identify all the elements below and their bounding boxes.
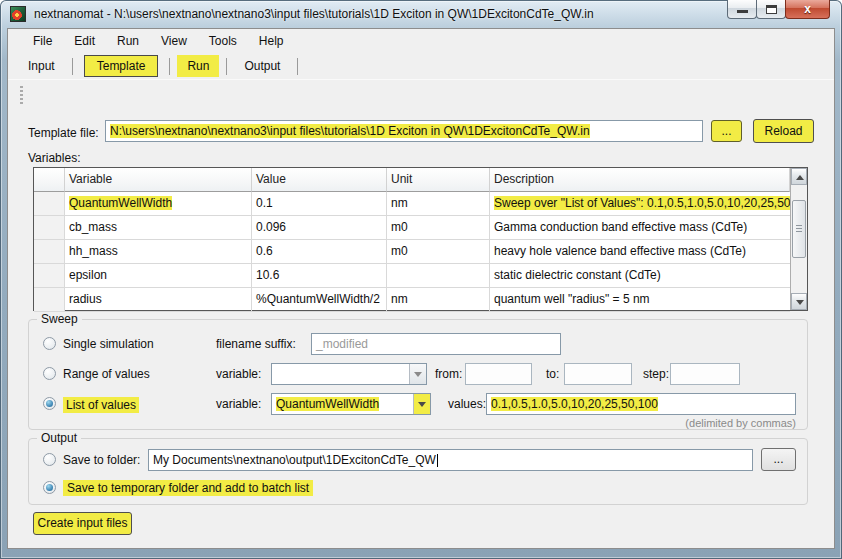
template-browse-button[interactable]: ... xyxy=(711,120,742,142)
row-selector[interactable] xyxy=(34,288,65,312)
cell-unit[interactable]: m0 xyxy=(387,216,490,240)
to-input[interactable] xyxy=(564,363,632,385)
cell-description[interactable]: Gamma conduction band effective mass (Cd… xyxy=(490,216,790,240)
variables-grid: Variable Value Unit Description QuantumW… xyxy=(34,168,790,310)
tab-bar: Input Template Run Output xyxy=(8,53,834,79)
variables-table: Variable Value Unit Description QuantumW… xyxy=(33,167,808,311)
template-file-label: Template file: xyxy=(28,126,99,140)
menu-run[interactable]: Run xyxy=(106,30,150,52)
tab-separator xyxy=(226,58,227,75)
from-input[interactable] xyxy=(465,363,532,385)
tab-output[interactable]: Output xyxy=(234,55,290,77)
window-controls: x xyxy=(728,0,830,19)
minimize-button[interactable] xyxy=(727,0,757,19)
tab-run[interactable]: Run xyxy=(177,55,219,77)
toolbar-strip xyxy=(8,79,834,109)
list-of-values-radio[interactable] xyxy=(43,397,56,410)
row-selector-header xyxy=(34,168,65,192)
list-of-values-label: List of values xyxy=(63,397,139,413)
list-variable-combobox[interactable]: QuantumWellWidth xyxy=(271,393,431,415)
row-selector[interactable] xyxy=(34,264,65,288)
cell-value[interactable]: 0.6 xyxy=(252,240,387,264)
menu-view[interactable]: View xyxy=(150,30,198,52)
create-input-files-button[interactable]: Create input files xyxy=(33,512,132,535)
single-simulation-radio[interactable] xyxy=(43,337,56,350)
close-button[interactable]: x xyxy=(785,0,830,19)
table-row[interactable]: cb_mass 0.096 m0 Gamma conduction band e… xyxy=(34,216,790,240)
table-row[interactable]: QuantumWellWidth 0.1 nm Sweep over "List… xyxy=(34,192,790,216)
table-row[interactable]: epsilon 10.6 static dielectric constant … xyxy=(34,264,790,288)
range-variable-dropdown-button[interactable] xyxy=(409,364,426,384)
cell-variable[interactable]: cb_mass xyxy=(65,216,252,240)
maximize-button[interactable] xyxy=(756,0,786,19)
range-of-values-radio[interactable] xyxy=(43,367,56,380)
cell-unit[interactable]: nm xyxy=(387,288,490,312)
menu-edit[interactable]: Edit xyxy=(63,30,106,52)
output-folder-input[interactable]: My Documents\nextnano\output\1DExcitonCd… xyxy=(148,449,753,471)
scrollbar-thumb[interactable] xyxy=(792,200,806,258)
template-file-input[interactable]: N:\users\nextnano\nextnano3\input files\… xyxy=(105,120,703,142)
filename-suffix-input[interactable]: _modified xyxy=(311,333,561,355)
sweep-group-title: Sweep xyxy=(37,312,82,326)
close-icon: x xyxy=(786,2,829,16)
filename-suffix-value: _modified xyxy=(316,337,368,351)
cell-description[interactable]: heavy hole valence band effective mass (… xyxy=(490,240,790,264)
toolbar-grip-icon[interactable] xyxy=(20,86,23,105)
save-to-temp-radio[interactable] xyxy=(43,481,56,494)
cell-value[interactable]: 0.1 xyxy=(252,192,387,216)
col-header-variable[interactable]: Variable xyxy=(65,168,252,192)
from-label: from: xyxy=(435,367,462,381)
tab-separator xyxy=(297,58,298,75)
to-label: to: xyxy=(546,367,559,381)
cell-value[interactable]: 10.6 xyxy=(252,264,387,288)
cell-value[interactable]: 0.096 xyxy=(252,216,387,240)
range-variable-combobox[interactable] xyxy=(271,363,427,385)
scroll-down-button[interactable] xyxy=(791,293,807,310)
col-header-value[interactable]: Value xyxy=(252,168,387,192)
cell-unit[interactable]: m0 xyxy=(387,240,490,264)
cell-unit[interactable]: nm xyxy=(387,192,490,216)
client-area: File Edit Run View Tools Help Input Temp… xyxy=(7,28,835,549)
list-variable-label: variable: xyxy=(216,397,261,411)
values-label: values: xyxy=(448,397,486,411)
output-folder-value: My Documents\nextnano\output\1DExcitonCd… xyxy=(153,453,436,467)
menu-help[interactable]: Help xyxy=(248,30,295,52)
step-input[interactable] xyxy=(670,363,740,385)
save-to-folder-label: Save to folder: xyxy=(63,453,140,467)
row-selector[interactable] xyxy=(34,192,65,216)
reload-button[interactable]: Reload xyxy=(753,119,814,143)
col-header-description[interactable]: Description xyxy=(490,168,790,192)
arrow-up-icon xyxy=(796,175,804,180)
table-header-row: Variable Value Unit Description xyxy=(34,168,790,192)
tab-input[interactable]: Input xyxy=(18,55,65,77)
menu-tools[interactable]: Tools xyxy=(198,30,248,52)
cell-variable[interactable]: radius xyxy=(65,288,252,312)
row-selector[interactable] xyxy=(34,216,65,240)
scroll-up-button[interactable] xyxy=(791,168,807,185)
window-title: nextnanomat - N:\users\nextnano\nextnano… xyxy=(34,7,594,21)
tab-separator xyxy=(72,58,73,75)
table-row[interactable]: radius %QuantumWellWidth/2 nm quantum we… xyxy=(34,288,790,312)
cell-unit[interactable] xyxy=(387,264,490,288)
cell-variable[interactable]: QuantumWellWidth xyxy=(65,192,252,216)
cell-variable[interactable]: epsilon xyxy=(65,264,252,288)
cell-description[interactable]: static dielectric constant (CdTe) xyxy=(490,264,790,288)
output-browse-button[interactable]: ... xyxy=(761,448,796,471)
menu-file[interactable]: File xyxy=(22,30,63,52)
save-to-folder-radio[interactable] xyxy=(43,453,56,466)
row-selector[interactable] xyxy=(34,240,65,264)
values-input[interactable]: 0.1,0.5,1.0,5.0,10,20,25,50,100 xyxy=(486,393,796,415)
minimize-icon xyxy=(737,10,748,13)
col-header-unit[interactable]: Unit xyxy=(387,168,490,192)
list-variable-dropdown-button[interactable] xyxy=(413,394,430,414)
cell-variable[interactable]: hh_mass xyxy=(65,240,252,264)
tab-separator xyxy=(169,58,170,75)
cell-description[interactable]: Sweep over "List of Values": 0.1,0.5,1.0… xyxy=(490,192,790,216)
title-bar[interactable]: nextnanomat - N:\users\nextnano\nextnano… xyxy=(0,0,842,28)
table-scrollbar[interactable] xyxy=(790,168,807,310)
cell-description[interactable]: quantum well "radius" = 5 nm xyxy=(490,288,790,312)
table-row[interactable]: hh_mass 0.6 m0 heavy hole valence band e… xyxy=(34,240,790,264)
tab-template[interactable]: Template xyxy=(84,55,159,77)
cell-value[interactable]: %QuantumWellWidth/2 xyxy=(252,288,387,312)
app-icon xyxy=(10,6,26,22)
